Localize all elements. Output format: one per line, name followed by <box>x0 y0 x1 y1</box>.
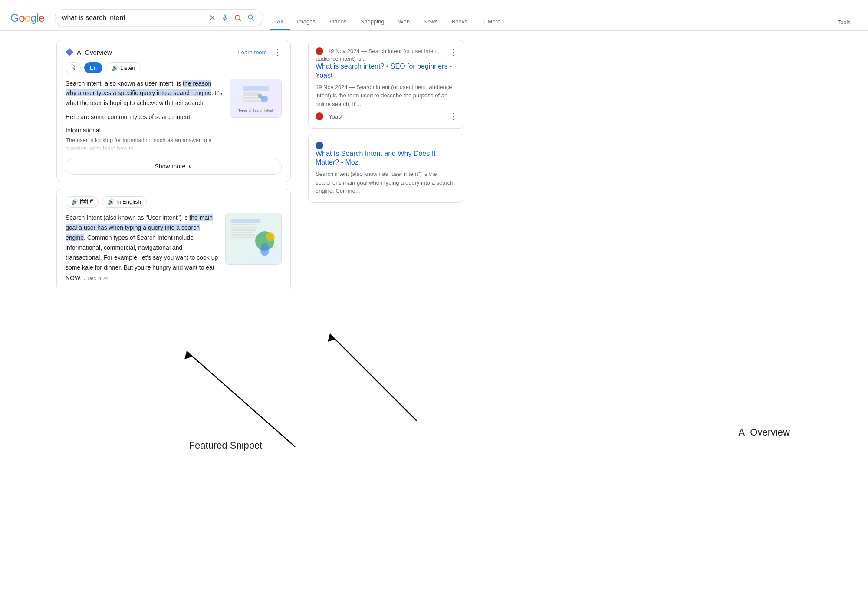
ai-subtype-label: Informational <box>66 125 223 135</box>
svg-rect-13 <box>231 234 255 236</box>
search-input[interactable]: what is search intent <box>62 14 206 22</box>
logo-e: e <box>38 11 44 25</box>
snippet-text-section: Search Intent (also known as "User Inten… <box>66 213 282 283</box>
result-meta-yoast: 19 Nov 2024 — Search intent (or user int… <box>316 47 449 62</box>
svg-rect-11 <box>231 229 256 231</box>
ai-text-section: Search intent, also known as user intent… <box>66 79 282 153</box>
english-pill[interactable]: En <box>84 62 102 73</box>
language-pills: हि En 🔊 Listen <box>66 62 282 73</box>
tab-videos[interactable]: Videos <box>322 14 354 30</box>
more-dots-icon: ⋮ <box>481 18 487 25</box>
yoast-favicon-bottom <box>316 112 323 120</box>
tab-shopping[interactable]: Shopping <box>354 14 391 30</box>
tab-books[interactable]: Books <box>444 14 474 30</box>
snippet-speaker-english-icon: 🔊 <box>108 198 115 205</box>
lens-icon[interactable] <box>234 14 242 22</box>
logo-o2: o <box>25 11 30 25</box>
logo-G: G <box>10 11 19 25</box>
logo-o1: o <box>19 11 24 25</box>
listen-label: Listen <box>120 65 135 71</box>
svg-rect-3 <box>243 92 260 96</box>
ai-diamond-icon <box>66 48 73 56</box>
left-column: AI Overview Learn more ⋮ हि En 🔊 Listen <box>56 40 291 290</box>
svg-rect-14 <box>231 237 258 238</box>
svg-point-16 <box>260 243 269 256</box>
featured-snippet-box: 🔊 हिंदी में 🔊 In English Search Intent (… <box>56 189 291 290</box>
svg-rect-5 <box>243 100 262 102</box>
yoast-sitename: Yoast <box>329 113 342 120</box>
english-text: En <box>90 65 97 71</box>
snippet-date: 7 Dec 2024 <box>83 276 108 281</box>
moz-favicon <box>316 142 323 149</box>
clear-search-icon[interactable]: ✕ <box>209 13 216 23</box>
ai-subtype-desc: The user is looking for information, suc… <box>66 136 223 153</box>
result-footer-yoast: Yoast ⋮ <box>316 112 457 121</box>
ai-text-body: Search intent, also known as user intent… <box>66 79 223 153</box>
snippet-hindi-pill[interactable]: 🔊 हिंदी में <box>66 196 99 208</box>
arrows-svg <box>0 299 868 464</box>
hindi-pill[interactable]: हि <box>66 62 81 73</box>
svg-line-1 <box>239 19 240 20</box>
tab-web[interactable]: Web <box>391 14 417 30</box>
ai-overview-header: AI Overview Learn more ⋮ <box>66 47 282 57</box>
snippet-speaker-hindi-icon: 🔊 <box>71 198 78 205</box>
featured-snippet-annotation: Featured Snippet <box>189 440 263 451</box>
result-snippet-moz: Search intent (also known as "user inten… <box>316 170 457 195</box>
result-date-yoast: 19 Nov 2024 — Search intent (or user int… <box>316 48 440 62</box>
search-bar[interactable]: what is search intent ✕ <box>55 9 263 26</box>
result-snippet-yoast: 19 Nov 2024 — Search intent (or user int… <box>316 83 457 109</box>
result-header-yoast: 19 Nov 2024 — Search intent (or user int… <box>316 47 457 62</box>
svg-rect-2 <box>243 86 269 91</box>
svg-rect-12 <box>231 232 253 233</box>
snippet-thumbnail <box>225 213 282 265</box>
result-meta-moz <box>316 141 326 149</box>
ai-overview-label: AI Overview <box>77 49 112 56</box>
listen-pill[interactable]: 🔊 Listen <box>106 62 141 73</box>
ai-text-part1: Search intent, also known as user intent… <box>66 80 183 87</box>
nav-tabs: All Images Videos Shopping Web News Book… <box>270 14 858 30</box>
show-more-label: Show more <box>155 163 186 170</box>
svg-marker-21 <box>328 334 336 342</box>
svg-line-20 <box>330 334 417 421</box>
snippet-thumbnail-content <box>226 213 281 264</box>
google-logo: Google <box>10 11 44 25</box>
svg-rect-10 <box>231 227 257 228</box>
ai-overview-box: AI Overview Learn more ⋮ हि En 🔊 Listen <box>56 40 291 182</box>
annotation-area: Featured Snippet AI Overview <box>0 299 868 464</box>
svg-point-17 <box>266 232 275 241</box>
svg-point-7 <box>258 94 262 98</box>
result-options-yoast-2[interactable]: ⋮ <box>449 112 457 121</box>
result-title-yoast[interactable]: What is search intent? • SEO for beginne… <box>316 62 457 80</box>
thumbnail-content: Types of Search Intent <box>230 79 281 117</box>
snippet-text-part1: Search Intent (also known as "User Inten… <box>66 214 189 221</box>
result-options-yoast[interactable]: ⋮ <box>449 47 457 57</box>
ai-overview-actions: Learn more ⋮ <box>238 47 282 57</box>
ai-overview-title: AI Overview <box>66 48 112 56</box>
snippet-text-part2: . Common types of Search Intent include … <box>66 234 218 281</box>
ai-overview-annotation: AI Overview <box>738 427 790 438</box>
result-header-moz <box>316 141 457 149</box>
snippet-text-body: Search Intent (also known as "User Inten… <box>66 213 218 283</box>
tab-tools[interactable]: Tools <box>831 15 858 30</box>
speaker-icon: 🔊 <box>112 65 118 71</box>
ai-thumbnail: Types of Search Intent <box>230 79 282 118</box>
search-icon[interactable] <box>247 13 256 22</box>
tab-all[interactable]: All <box>270 14 290 30</box>
tab-more[interactable]: ⋮ More <box>474 14 508 30</box>
snippet-language-pills: 🔊 हिंदी में 🔊 In English <box>66 196 282 208</box>
show-more-button[interactable]: Show more ∨ <box>66 158 282 175</box>
result-title-moz[interactable]: What Is Search Intent and Why Does It Ma… <box>316 149 457 168</box>
snippet-english-pill[interactable]: 🔊 In English <box>102 196 147 208</box>
result-card-moz: What Is Search Intent and Why Does It Ma… <box>308 134 464 202</box>
ai-options-icon[interactable]: ⋮ <box>274 47 282 57</box>
chevron-down-icon: ∨ <box>188 163 192 170</box>
svg-line-18 <box>187 351 295 447</box>
ai-types-header: Here are some common types of search int… <box>66 112 223 122</box>
learn-more-link[interactable]: Learn more <box>238 49 267 56</box>
search-icons: ✕ <box>209 13 256 23</box>
logo-g: g <box>30 11 36 25</box>
microphone-icon[interactable] <box>221 14 229 22</box>
yoast-favicon <box>316 47 323 55</box>
tab-news[interactable]: News <box>417 14 445 30</box>
tab-images[interactable]: Images <box>290 14 322 30</box>
